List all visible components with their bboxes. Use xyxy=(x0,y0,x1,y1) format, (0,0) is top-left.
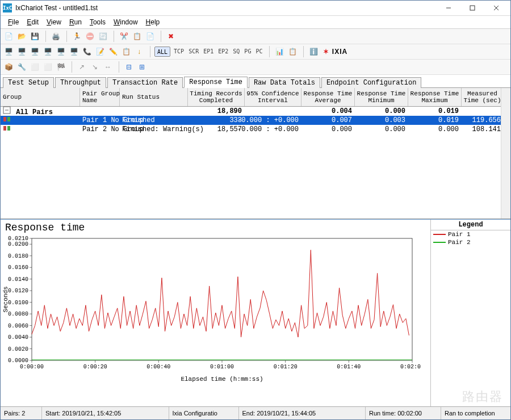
tabbar: Test SetupThroughputTransaction RateResp… xyxy=(1,75,510,88)
table-icon[interactable]: 📋 xyxy=(287,46,298,57)
all-filter-button[interactable]: ALL xyxy=(154,47,170,57)
pair-v-icon[interactable]: 🖥️ xyxy=(55,46,66,57)
script-icon[interactable]: 📝 xyxy=(94,46,106,57)
pair-mesh-icon[interactable]: 🖥️ xyxy=(29,46,40,57)
sort-c-icon[interactable]: ↔ xyxy=(102,61,114,73)
svg-text:0:01:20: 0:01:20 xyxy=(274,364,298,370)
tab-transaction-rate[interactable]: Transaction Rate xyxy=(107,77,183,88)
filter-sq[interactable]: SQ xyxy=(231,47,241,56)
tab-response-time[interactable]: Response Time xyxy=(184,77,248,88)
filter-ep1[interactable]: EP1 xyxy=(202,47,215,56)
menu-run[interactable]: Run xyxy=(65,16,86,28)
new-icon[interactable]: 📄 xyxy=(3,31,14,42)
col-header[interactable]: Response Time Average xyxy=(301,88,355,106)
table-row[interactable]: All Pairs18,8900.0040.0000.019 xyxy=(1,107,510,116)
col-header[interactable]: Response Time Minimum xyxy=(355,88,408,106)
group-flag-icon[interactable]: 🏁 xyxy=(55,61,66,73)
menu-view[interactable]: View xyxy=(43,16,65,28)
save-icon[interactable]: 💾 xyxy=(29,31,40,42)
svg-text:0.0140: 0.0140 xyxy=(8,276,28,283)
grid-header: GroupPair Group NameRun StatusTiming Rec… xyxy=(1,88,510,107)
legend-title: Legend xyxy=(431,220,510,230)
pair-h-icon[interactable]: 🖥️ xyxy=(42,46,53,57)
maximize-button[interactable] xyxy=(460,2,484,14)
chart-icon[interactable]: 📊 xyxy=(274,46,285,57)
tab-endpoint-configuration[interactable]: Endpoint Configuration xyxy=(321,77,421,88)
menu-tools[interactable]: Tools xyxy=(86,16,110,28)
tab-test-setup[interactable]: Test Setup xyxy=(3,77,54,88)
group-a-icon[interactable]: ⬜ xyxy=(29,61,40,73)
col-header[interactable]: Measured Time (sec) xyxy=(462,88,504,106)
col-header[interactable]: Response Time Maximum xyxy=(408,88,462,106)
delete-icon[interactable]: ✖ xyxy=(165,31,177,42)
svg-text:0:01:40: 0:01:40 xyxy=(337,364,361,370)
col-header[interactable]: 95% Confidence Interval xyxy=(245,88,301,106)
menu-help[interactable]: Help xyxy=(142,16,164,28)
minimize-button[interactable] xyxy=(437,2,460,14)
run-icon[interactable]: 🏃 xyxy=(71,31,82,42)
window-controls xyxy=(437,2,508,14)
sort-desc-icon[interactable]: ↘ xyxy=(89,61,100,73)
menu-file[interactable]: File xyxy=(4,16,23,28)
status-config: Ixia Configuratio xyxy=(169,407,239,419)
paste-icon[interactable]: 📄 xyxy=(144,31,156,42)
sort-asc-icon[interactable]: ↗ xyxy=(76,61,87,73)
col-header[interactable]: Group xyxy=(1,88,80,106)
menu-edit[interactable]: Edit xyxy=(23,16,43,28)
data-grid: GroupPair Group NameRun StatusTiming Rec… xyxy=(1,88,510,219)
chart-svg: 0.00000.00200.00400.00600.00800.01000.01… xyxy=(1,236,421,383)
pair-add-icon[interactable]: 🖥️ xyxy=(3,46,14,57)
status-start: Start: 2019/10/21, 15:42:05 xyxy=(42,407,169,419)
table-row[interactable]: Pair 2 No GroupFinished: Warning(s)18,55… xyxy=(1,125,510,134)
svg-rect-10 xyxy=(32,238,412,360)
legend-item[interactable]: Pair 2 xyxy=(431,238,510,246)
pair-multi-icon[interactable]: 🖥️ xyxy=(16,46,27,57)
toolbar-row-2: 🖥️ 🖥️ 🖥️ 🖥️ 🖥️ 🖥️ 📞 📝 ✏️ 📋 ↓ ALL TCPSCRE… xyxy=(1,44,510,60)
svg-rect-7 xyxy=(7,117,10,121)
close-button[interactable] xyxy=(484,2,508,14)
col-header[interactable]: Timing Records Completed xyxy=(188,88,245,106)
filter-tcp[interactable]: TCP xyxy=(172,47,186,56)
grid-scrollbar[interactable] xyxy=(501,88,510,219)
pair-video-icon[interactable]: 🖥️ xyxy=(68,46,79,57)
col-header[interactable]: Run Status xyxy=(120,88,188,106)
tab-raw-data-totals[interactable]: Raw Data Totals xyxy=(249,77,320,88)
collapse-icon[interactable]: ⊟ xyxy=(123,61,135,73)
filter-pg[interactable]: PG xyxy=(242,47,253,56)
pair-voip-icon[interactable]: 📞 xyxy=(81,46,93,57)
toolbar-row-1: 📄 📂 💾 🖨️ 🏃 ⛔ 🔄 ✂️ 📋 📄 ✖ xyxy=(1,29,510,44)
svg-text:0.0210: 0.0210 xyxy=(8,236,28,242)
group-new-icon[interactable]: 📦 xyxy=(3,61,14,73)
expand-icon[interactable]: ⊞ xyxy=(136,61,148,73)
col-header[interactable]: Pair Group Name xyxy=(80,88,120,106)
print-icon[interactable]: 🖨️ xyxy=(50,31,61,42)
legend: Legend Pair 1Pair 2 xyxy=(430,220,510,406)
table-row[interactable]: Pair 1 No GroupFinished333-0.000 : +0.00… xyxy=(1,116,510,125)
filter-scr[interactable]: SCR xyxy=(187,47,200,56)
group-b-icon[interactable]: ⬜ xyxy=(42,61,53,73)
wizard-icon[interactable]: 📋 xyxy=(120,46,132,57)
svg-text:0:00:40: 0:00:40 xyxy=(146,364,170,370)
filter-ep2[interactable]: EP2 xyxy=(216,47,230,56)
refresh-icon[interactable]: 🔄 xyxy=(97,31,108,42)
tag-icon[interactable]: ↓ xyxy=(133,46,145,57)
chart-canvas: Response time 0.00000.00200.00400.00600.… xyxy=(1,220,430,406)
group-edit-icon[interactable]: 🔧 xyxy=(16,61,27,73)
stop-icon[interactable]: ⛔ xyxy=(84,31,95,42)
filter-pc[interactable]: PC xyxy=(254,47,264,56)
svg-text:0.0100: 0.0100 xyxy=(8,300,28,306)
cut-icon[interactable]: ✂️ xyxy=(118,31,129,42)
tab-throughput[interactable]: Throughput xyxy=(55,77,106,88)
titlebar: IxC IxChariot Test - untitled1.tst xyxy=(1,1,510,16)
svg-rect-1 xyxy=(470,6,475,10)
svg-text:0.0160: 0.0160 xyxy=(8,264,28,271)
menubar: FileEditViewRunToolsWindowHelp xyxy=(1,16,510,29)
copy-icon[interactable]: 📋 xyxy=(131,31,143,42)
svg-text:Seconds: Seconds xyxy=(2,286,9,312)
menu-window[interactable]: Window xyxy=(110,16,142,28)
edit-icon[interactable]: ✏️ xyxy=(107,46,119,57)
svg-rect-9 xyxy=(7,126,10,131)
legend-item[interactable]: Pair 1 xyxy=(431,230,510,238)
open-icon[interactable]: 📂 xyxy=(16,31,27,42)
info-icon[interactable]: ℹ️ xyxy=(308,46,319,57)
